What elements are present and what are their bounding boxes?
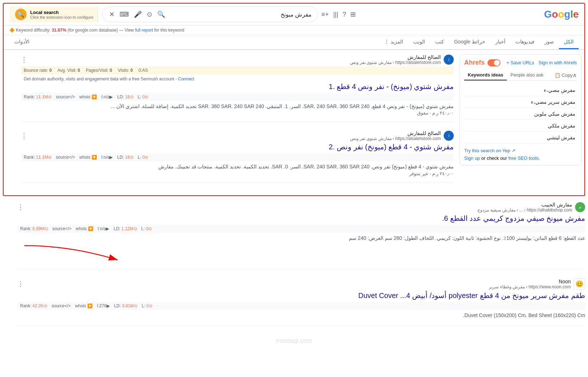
result-source-1: ا الصالح للمفارش https://alsalehstore.co… — [21, 54, 454, 65]
close-icon[interactable]: ✕ — [108, 10, 115, 19]
tab-books[interactable]: كتب — [430, 35, 449, 49]
yep-link[interactable]: Try this search on Yep ↗ — [464, 148, 577, 153]
result-title-4[interactable]: طقم مفرش سرير ميونخ من 4 قطع polyester أ… — [17, 291, 585, 300]
metric-ld-1: LD: 18⊙ — [117, 94, 133, 99]
tab-more[interactable]: المزيد ⋮ — [379, 35, 408, 49]
kd-suffix: for this keyword — [154, 28, 185, 33]
keyword-item-1[interactable]: مفرش مصي،ء — [464, 84, 577, 96]
metric-whois-2: whois 🔽 — [79, 155, 97, 160]
search-query: مفرش ميونخ — [169, 11, 312, 18]
extension-text: Local search Click the extension icon to… — [30, 10, 93, 19]
ahrefs-toggle[interactable] — [487, 59, 500, 66]
search-bar: 🔍 Local search Click the extension icon … — [4, 4, 584, 25]
add-icon[interactable]: ≡+ — [321, 10, 330, 19]
grid-icon[interactable]: ⊞ — [350, 10, 356, 19]
result-title-2[interactable]: مفرش شتوي - 4 قطع (ميونخ) نفر ونص .2 — [21, 143, 454, 151]
search-icon[interactable]: 🔍 — [157, 10, 166, 19]
result-snippet-3: عدد القطع: 6 قطع الماتن: بوليستر 100٪. ن… — [17, 234, 585, 242]
free-seo-link[interactable]: free SEO tools. — [508, 155, 540, 161]
metric-source-3: source</> — [52, 226, 71, 231]
sidebar-links: Try this search on Yep ↗ Sign up or chec… — [464, 148, 577, 161]
search-input-container: مفرش ميونخ 🔍 ⊙ 🎤 ⌨ ✕ — [102, 6, 318, 22]
tab-all[interactable]: الكل — [559, 35, 579, 49]
keyword-item-4[interactable]: مفرش ملكي — [464, 120, 577, 132]
bounce-rate-1: Bounce rate: 0 — [24, 68, 52, 73]
kd-full-report-link[interactable]: full report — [135, 28, 153, 33]
keyboard-icon[interactable]: ⌨ — [119, 10, 130, 19]
extra-tools: ≡+ ||| ? ⊞ — [321, 10, 356, 19]
tab-news[interactable]: أخبار — [490, 35, 510, 49]
result-item-4: 4 😊 Noon https://www.noon.com › مفرش وغط… — [3, 278, 585, 325]
metric-l-2: L: 0⊙ — [138, 155, 149, 160]
result-title-3[interactable]: مفرش ميونخ صيفي مزدوج كريمي عدد القطع 6. — [17, 214, 585, 223]
bounce-row-1: Bounce rate: 0 Avg. Visit: 0 Pages/Visit… — [21, 66, 454, 74]
kw-tabs: Keywords ideas People also ask 📋 Copy ∧ — [464, 70, 577, 81]
result-menu-2[interactable]: ⋮ — [21, 132, 27, 140]
help-icon[interactable]: ? — [342, 10, 347, 19]
results-area: 1 ا الصالح للمفارش https://alsalehstore.… — [6, 54, 454, 191]
seo-metrics-1: Rank: 11.1M⊙ source</> whois 🔽 I:n/a▶ LD… — [21, 93, 454, 101]
result-source-4: 😊 Noon https://www.noon.com › مفرش وغطاء… — [17, 278, 585, 290]
site-name-4: Noon — [489, 279, 571, 284]
mic-icon[interactable]: 🎤 — [133, 10, 143, 19]
keyword-item-3[interactable]: مفرش ميكي ملوين — [464, 108, 577, 120]
ahrefs-logo: Ahrefs — [464, 59, 485, 66]
metric-rank-4: Rank: 42.2K⊙ — [20, 303, 47, 308]
kd-bar: 🔶 Keyword difficulty: 31.67% (for google… — [4, 25, 584, 35]
nav-tabs: الكل صور فيديوهات أخبار خرائط Google كتب… — [4, 35, 584, 50]
keywords-list: مفرش مصي،ء مفرش سرير مصي،ء مفرش ميكي ملو… — [464, 84, 577, 144]
tab-maps[interactable]: خرائط Google — [449, 35, 490, 49]
favicon-2: ا — [444, 131, 454, 141]
copy-btn[interactable]: 📋 Copy — [555, 73, 573, 78]
metric-whois-1: whois 🔽 — [79, 94, 97, 99]
result-item-1: 1 ا الصالح للمفارش https://alsalehstore.… — [6, 54, 454, 122]
chart-icon[interactable]: ||| — [332, 10, 339, 19]
result-title-1[interactable]: مفرش شتوي (ميونخ) - نفر ونص 4 قطع .1 — [21, 82, 454, 91]
lens-icon[interactable]: ⊙ — [146, 10, 153, 19]
seo-metrics-3: Rank: 6.99M⊙ source</> whois 🔽 I:n/a▶ LD… — [17, 225, 585, 233]
metric-ina-2: I:n/a▶ — [101, 155, 113, 160]
ahrefs-header: Ahrefs + Save URLs Sign in with Ahrefs — [464, 59, 577, 66]
extension-icon: 🔍 — [15, 9, 27, 20]
result-snippet-2: مفرش شتوي - 4 قطع (ميونخ) نفر ونص. 240 S… — [21, 163, 454, 171]
tab-tools[interactable]: الأدوات — [9, 35, 34, 49]
tab-images[interactable]: صور — [540, 35, 559, 49]
pages-visit-1: Pages/Visit: 0 — [86, 68, 112, 73]
keyword-item-2[interactable]: مفرش سرير مصي،ء — [464, 96, 577, 108]
metric-l-1: L: 0⊙ — [138, 94, 149, 99]
result-4: 😊 Noon https://www.noon.com › مفرش وغطاء… — [17, 278, 585, 325]
result-1: ا الصالح للمفارش https://alsalehstore.co… — [21, 54, 454, 122]
below-border-section: 3 م مفارش الحبيب https://alhabibshop.com… — [0, 199, 588, 350]
result-item-3: 3 م مفارش الحبيب https://alhabibshop.com… — [3, 202, 585, 270]
tab-videos[interactable]: فيديوهات — [510, 35, 540, 49]
tab-people-also-ask[interactable]: People also ask — [507, 70, 547, 80]
result-url-1: https://alsalehstore.com › مفارش شتوي نف… — [350, 60, 441, 65]
result-menu-1[interactable]: ⋮ — [21, 56, 27, 64]
kd-icon: 🔶 — [9, 28, 15, 33]
copy-label: Copy — [562, 73, 573, 78]
semrush-row-1: Get domain authority, visits and engagem… — [21, 76, 454, 82]
site-name-3: مفارش الحبيب — [477, 202, 572, 208]
collapse-btn[interactable]: ∧ — [573, 72, 577, 79]
signup-link[interactable]: Sign up — [464, 155, 480, 161]
signin-btn[interactable]: Sign in with Ahrefs — [538, 60, 577, 65]
result-menu-3[interactable]: ⋮ — [17, 203, 24, 211]
metric-rank-1: Rank: 11.1M⊙ — [24, 94, 52, 99]
tab-web[interactable]: الويب — [408, 35, 430, 49]
tab-keywords-ideas[interactable]: Keywords ideas — [464, 70, 507, 80]
result-snippet-4: Duvet Cover (150x200) Cm. Bed Sheet (160… — [17, 311, 585, 319]
result-url-3: https://alhabibshop.com › ... › مفارش سي… — [477, 208, 572, 213]
ahrefs-actions: + Save URLs Sign in with Ahrefs — [507, 60, 577, 65]
kd-db-label: (for google.com database) — View — [67, 28, 134, 33]
keyword-item-5[interactable]: مفرش ليتشي — [464, 132, 577, 144]
result-menu-4[interactable]: ⋮ — [17, 280, 24, 288]
connect-link-1[interactable]: Connect — [178, 76, 194, 82]
save-urls-btn[interactable]: + Save URLs — [507, 60, 534, 65]
metric-source-1: source</> — [56, 94, 75, 99]
result-price-2: ٢٤٠٫٠٠ ر.م · غير متوفر — [21, 171, 454, 176]
metric-ld-2: LD: 18⊙ — [117, 155, 133, 160]
signup-text: Sign up or check our free SEO tools. — [464, 155, 577, 161]
kd-label: Keyword difficulty: — [16, 28, 51, 33]
metric-source-2: source</> — [56, 155, 75, 160]
site-name-2: الصالح للمفارش — [350, 130, 441, 136]
